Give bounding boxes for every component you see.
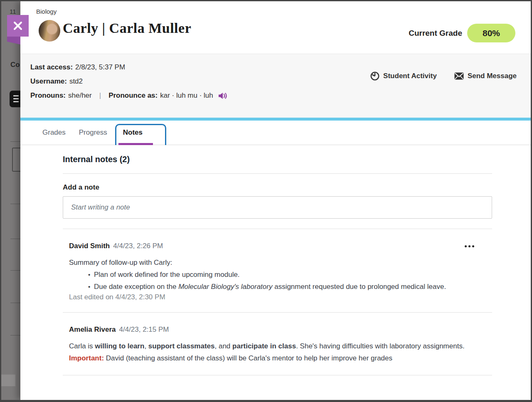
note-text: Important: David (teaching assistant of … — [69, 352, 486, 364]
notes-tab-panel: Internal notes (2) Add a note David Smit… — [20, 145, 531, 400]
note-item: Amelia Rivera4/4/23, 2:15 PMCarla is wil… — [63, 313, 486, 375]
close-panel-button[interactable] — [7, 15, 29, 37]
note-last-edited: Last edited on 4/4/23, 2:30 PM — [69, 293, 486, 301]
last-access-label: Last access: — [30, 63, 73, 72]
student-overview-panel-screen: 11 Co Biology Carly | Carla Muller Curre… — [0, 0, 532, 402]
tab-notes[interactable]: Notes — [123, 128, 143, 137]
send-message-label: Send Message — [468, 72, 517, 80]
divider — [63, 375, 492, 375]
note-author: Amelia Rivera — [69, 326, 116, 334]
dimmed-background-page: 11 Co — [1, 1, 20, 400]
current-grade-label: Current Grade — [409, 29, 462, 38]
note-menu-button[interactable] — [465, 242, 474, 250]
student-activity-label: Student Activity — [383, 72, 437, 80]
pronounce-as-label: Pronounce as: — [108, 91, 158, 100]
note-bullet: Due date exception on the Molecular Biol… — [88, 281, 486, 293]
divider — [63, 173, 492, 174]
username-label: Username: — [30, 77, 67, 86]
panel-accent-bar — [20, 118, 531, 121]
note-bullet: Plan of work defined for the upcoming mo… — [88, 269, 486, 281]
dimmed-list-icon — [10, 91, 20, 107]
student-name-title: Carly | Carla Muller — [63, 20, 191, 36]
student-avatar[interactable] — [39, 20, 60, 42]
note-text: Summary of follow-up with Carly: — [69, 256, 486, 269]
notes-list: David Smith4/4/23, 2:26 PMSummary of fol… — [63, 229, 510, 375]
internal-notes-heading: Internal notes (2) — [63, 155, 510, 164]
pronouns-label: Pronouns: — [30, 91, 66, 100]
course-breadcrumb: Biology — [36, 8, 57, 15]
note-item: David Smith4/4/23, 2:26 PMSummary of fol… — [63, 229, 486, 312]
dimmed-page-heading-fragment: Co — [10, 61, 20, 69]
username-row: Username: std2 — [30, 77, 228, 86]
student-activity-button[interactable]: Student Activity — [370, 72, 437, 81]
pronouns-value: she/her — [68, 91, 92, 100]
student-info-section: Last access: 2/8/23, 5:37 PM Username: s… — [20, 54, 531, 118]
send-message-button[interactable]: Send Message — [454, 72, 517, 81]
tab-grades[interactable]: Grades — [42, 128, 66, 137]
note-text: Carla is willing to learn, support class… — [69, 340, 486, 352]
add-note-label: Add a note — [63, 183, 510, 192]
grade-badge[interactable]: 80% — [467, 24, 515, 42]
note-body: Carla is willing to learn, support class… — [69, 340, 486, 364]
tabs-bar: Grades Progress Notes — [20, 121, 531, 145]
last-access-value: 2/8/23, 5:37 PM — [75, 63, 125, 72]
close-x-icon — [13, 21, 23, 31]
student-panel: Biology Carly | Carla Muller Current Gra… — [20, 1, 531, 400]
activity-clock-icon — [370, 72, 379, 81]
vertical-separator: | — [99, 91, 101, 100]
panel-header: Biology Carly | Carla Muller Current Gra… — [20, 1, 531, 54]
tab-progress[interactable]: Progress — [79, 128, 107, 137]
note-author: David Smith — [69, 242, 110, 250]
note-timestamp: 4/4/23, 2:15 PM — [119, 326, 169, 334]
note-timestamp: 4/4/23, 2:26 PM — [113, 242, 163, 250]
last-access-row: Last access: 2/8/23, 5:37 PM — [30, 63, 228, 72]
username-value: std2 — [69, 77, 83, 86]
note-body: Summary of follow-up with Carly:Plan of … — [69, 256, 486, 293]
dimmed-input-outline — [12, 148, 20, 172]
note-input[interactable] — [63, 196, 492, 219]
pronouns-row: Pronouns: she/her | Pronounce as: kar · … — [30, 91, 228, 100]
envelope-icon — [454, 72, 464, 80]
pronounce-as-value: kar · luh mu · luh — [160, 91, 213, 100]
dimmed-row-number: 11 — [10, 8, 16, 15]
speaker-sound-icon[interactable] — [218, 92, 228, 99]
